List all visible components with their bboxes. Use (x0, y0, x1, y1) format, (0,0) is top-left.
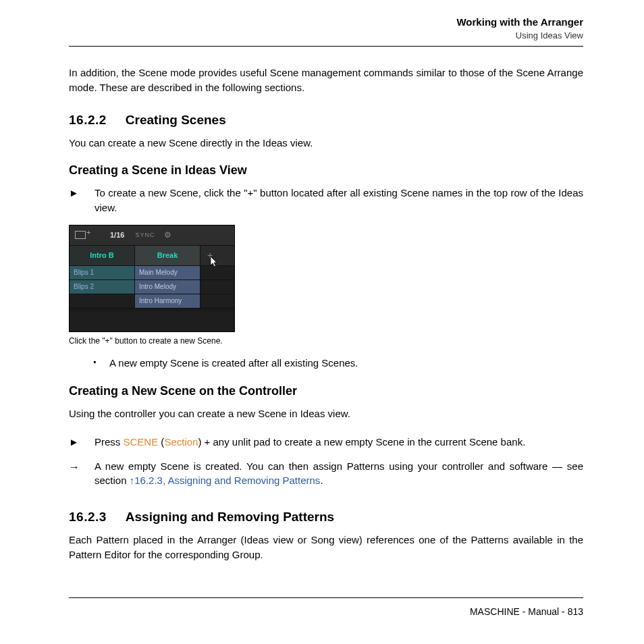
section-number: 16.2.2 (69, 113, 107, 128)
subheading-ideas-view: Creating a Scene in Ideas View (69, 163, 583, 178)
toolbar-icon (75, 231, 86, 239)
result-row: → A new empty Scene is created. You can … (69, 459, 583, 489)
pattern-cell-empty (70, 294, 135, 308)
pattern-cell[interactable]: Blips 1 (70, 266, 135, 279)
footer-rule (69, 597, 583, 598)
text-fragment: . (320, 475, 323, 486)
result-text: A new empty Scene is created. You can th… (95, 459, 583, 489)
cursor-icon (210, 257, 219, 269)
step-text: To create a new Scene, click the "+" but… (95, 186, 583, 215)
section-1622-heading: 16.2.2 Creating Scenes (69, 113, 583, 128)
step-create-scene: ► To create a new Scene, click the "+" b… (69, 186, 583, 215)
section-title: Creating Scenes (126, 113, 226, 128)
scene-row: Intro B Break + (70, 246, 234, 266)
section-number: 16.2.3 (69, 510, 107, 525)
pattern-empty (200, 280, 234, 294)
gear-icon: ⚙ (164, 230, 171, 240)
section-button-label: Section (164, 436, 198, 448)
pattern-cell[interactable]: Intro Harmony (135, 294, 200, 308)
result-arrow-icon: → (69, 459, 82, 489)
footer-text: MASCHINE - Manual - 813 (69, 606, 583, 617)
pattern-row: Blips 2 Intro Melody (70, 280, 234, 294)
intro-paragraph: In addition, the Scene mode provides use… (69, 65, 583, 95)
screenshot-bottom (70, 311, 234, 331)
step-controller: ► Press SCENE (Section) + any unlit pad … (69, 435, 583, 450)
pattern-empty (200, 294, 234, 308)
text-fragment: ( (158, 436, 164, 448)
add-scene-button[interactable]: + (200, 246, 234, 265)
pattern-cell[interactable]: Intro Melody (135, 280, 200, 294)
page-footer: MASCHINE - Manual - 813 (69, 597, 583, 617)
scene-cell-break[interactable]: Break (135, 246, 200, 265)
subheading-controller: Creating a New Scene on the Controller (69, 384, 583, 398)
screenshot-toolbar: 1/16 SYNC ⚙ (70, 225, 234, 246)
page-header: Working with the Arranger Using Ideas Vi… (69, 16, 583, 41)
header-rule (69, 46, 583, 47)
scene-cell-intro-b[interactable]: Intro B (70, 246, 135, 265)
step-marker-icon: ► (69, 435, 82, 450)
grid-value: 1/16 (110, 231, 124, 239)
text-fragment: ) + any unlit pad to create a new empty … (198, 436, 525, 448)
pattern-row: Intro Harmony (70, 294, 234, 308)
pattern-cell[interactable]: Main Melody (135, 266, 200, 279)
sync-label: SYNC (135, 232, 155, 238)
bullet-text: A new empty Scene is created after all e… (109, 356, 358, 371)
section-1623-text: Each Pattern placed in the Arranger (Ide… (69, 533, 583, 562)
step-marker-icon: ► (69, 186, 82, 215)
page: Working with the Arranger Using Ideas Vi… (0, 0, 644, 644)
section-1622-text: You can create a new Scene directly in t… (69, 136, 583, 151)
bullet-result: ▪ A new empty Scene is created after all… (93, 356, 583, 371)
ideas-view-screenshot: 1/16 SYNC ⚙ Intro B Break + Blips 1 Main… (69, 225, 235, 332)
cross-reference-link[interactable]: ↑16.2.3, Assigning and Removing Patterns (130, 475, 321, 486)
controller-intro: Using the controller you can create a ne… (69, 406, 583, 421)
text-fragment: Press (95, 436, 124, 448)
section-title: Assigning and Removing Patterns (126, 510, 334, 525)
section-1623-heading: 16.2.3 Assigning and Removing Patterns (69, 510, 583, 525)
bullet-marker-icon: ▪ (93, 356, 101, 371)
scene-button-label: SCENE (124, 436, 159, 448)
header-title: Working with the Arranger (69, 16, 583, 28)
figure-caption: Click the "+" button to create a new Sce… (69, 336, 583, 347)
header-subtitle: Using Ideas View (69, 30, 583, 41)
pattern-cell[interactable]: Blips 2 (70, 280, 135, 294)
step-controller-text: Press SCENE (Section) + any unlit pad to… (95, 435, 583, 450)
